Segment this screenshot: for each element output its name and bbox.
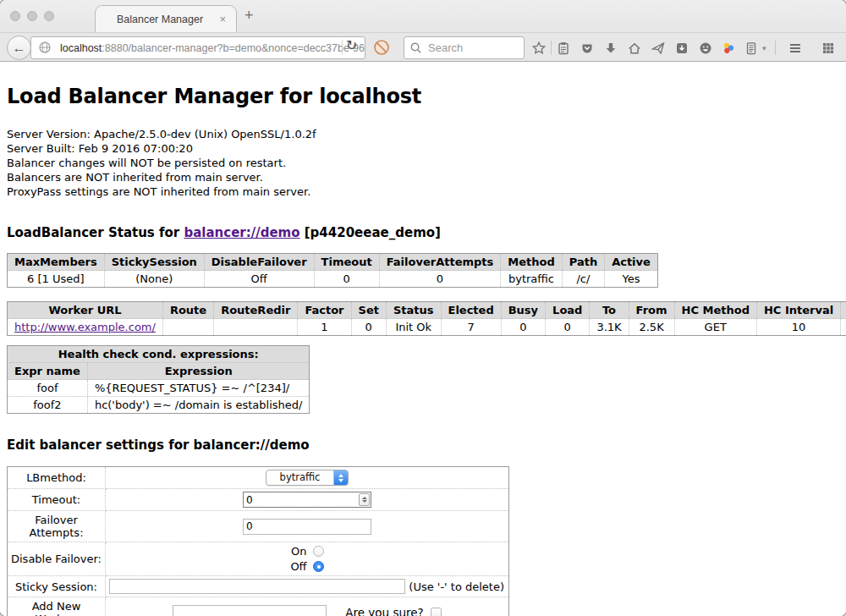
timeout-label: Timeout: <box>8 489 106 511</box>
navigation-toolbar: ← localhost:8880/balancer-manager?b=demo… <box>0 32 846 62</box>
are-you-sure-checkbox[interactable] <box>431 608 442 616</box>
col-maxmembers: MaxMembers <box>8 254 105 271</box>
save-to-device-icon[interactable] <box>674 41 689 56</box>
col-worker-url: Worker URL <box>8 302 163 319</box>
close-window-button[interactable] <box>10 11 20 21</box>
select-stepper-icon <box>333 470 348 485</box>
zoom-window-button[interactable] <box>44 11 54 21</box>
globe-icon <box>37 40 52 58</box>
color-cluster-icon[interactable] <box>721 41 736 56</box>
worker-url-link[interactable]: http://www.example.com/ <box>14 321 156 333</box>
col-active: Active <box>605 254 658 271</box>
add-worker-label: Add New Worker: <box>8 597 106 616</box>
browser-window: Balancer Manager × + ← localhost:8880/ba… <box>0 0 846 616</box>
timeout-field-wrap <box>243 492 371 508</box>
tab-title: Balancer Manager <box>117 14 203 25</box>
balancer-status-table: MaxMembers StickySession DisableFailover… <box>7 253 658 288</box>
disable-failover-row: Disable Failover: On Off <box>8 542 509 576</box>
note-inherit: Balancers are NOT inherited from main se… <box>7 170 839 184</box>
tiles-grid-icon[interactable] <box>821 41 836 56</box>
back-button[interactable]: ← <box>7 36 31 60</box>
timeout-row: Timeout: <box>8 489 509 511</box>
tab-balancer-manager[interactable]: Balancer Manager × <box>95 5 237 33</box>
search-input[interactable] <box>428 41 517 54</box>
tab-close-icon[interactable]: × <box>219 13 226 25</box>
health-table-title: Health check cond. expressions: <box>8 346 310 363</box>
lbmethod-row: LBmethod: bytraffic <box>8 467 509 489</box>
urlbar-separator <box>342 40 343 55</box>
worker-row: http://www.example.com/ 1 0 Init Ok 7 0 … <box>8 319 846 336</box>
pocket-icon[interactable] <box>580 41 595 56</box>
sticky-session-input[interactable] <box>109 579 405 594</box>
add-worker-row: Add New Worker: Are you sure? <box>8 597 509 616</box>
add-worker-input[interactable] <box>173 605 327 616</box>
toolbar-separator-2 <box>775 41 776 55</box>
table-row: foof %{REQUEST_STATUS} =~ /^[234]/ <box>8 380 310 397</box>
lbmethod-label: LBmethod: <box>8 467 106 489</box>
new-tab-button[interactable]: + <box>244 7 254 25</box>
page-title: Load Balancer Manager for localhost <box>7 85 839 108</box>
failover-attempts-input[interactable] <box>243 519 371 535</box>
radio-off-label: Off <box>290 560 306 573</box>
search-icon <box>409 41 423 58</box>
url-bar[interactable]: localhost:8880/balancer-manager?b=demo&n… <box>30 36 365 59</box>
failover-attempts-label: Failover Attempts: <box>8 511 106 542</box>
table-row: foof2 hc('body') =~ /domain is establish… <box>8 397 310 414</box>
table-row: 6 [1 Used] (None) Off 0 0 bytraffic /c/ … <box>8 271 658 288</box>
titlebar: Balancer Manager × + <box>0 0 846 32</box>
are-you-sure-label: Are you sure? <box>345 606 424 616</box>
status-heading-suffix: [p4420eeae_demo] <box>300 225 441 240</box>
disable-failover-options: On Off <box>290 545 323 573</box>
col-expression: Expression <box>87 363 310 380</box>
back-arrow-icon: ← <box>13 41 26 56</box>
sticky-session-hint: (Use '-' to delete) <box>409 580 505 593</box>
table-header-row: Worker URL Route RouteRedir Factor Set S… <box>8 302 846 319</box>
lbmethod-select[interactable]: bytraffic <box>266 470 349 486</box>
health-title-row: Health check cond. expressions: <box>8 346 310 363</box>
number-spinner-icon[interactable] <box>359 493 370 506</box>
edit-settings-heading: Edit balancer settings for balancer://de… <box>7 437 839 453</box>
table-header-row: Expr name Expression <box>8 363 310 380</box>
col-failoverattempts: FailoverAttempts <box>379 254 501 271</box>
col-disablefailover: DisableFailover <box>204 254 314 271</box>
url-host: localhost <box>60 42 102 54</box>
home-icon[interactable] <box>627 41 642 56</box>
menu-hamburger-icon[interactable] <box>788 41 803 56</box>
chevron-down-icon[interactable]: ▾ <box>762 44 766 52</box>
sidebar-notes-icon[interactable] <box>744 41 759 56</box>
col-method: Method <box>501 254 562 271</box>
worker-table: Worker URL Route RouteRedir Factor Set S… <box>7 301 846 336</box>
failover-attempts-row: Failover Attempts: <box>8 511 509 542</box>
health-check-table: Health check cond. expressions: Expr nam… <box>7 345 310 414</box>
server-info: Server Version: Apache/2.5.0-dev (Unix) … <box>7 127 839 199</box>
note-persist: Balancer changes will NOT be persisted o… <box>7 156 839 170</box>
note-proxypass: ProxyPass settings are NOT inherited fro… <box>7 184 839 199</box>
sticky-session-row: Sticky Session: (Use '-' to delete) <box>8 576 509 597</box>
download-icon[interactable] <box>603 41 618 56</box>
page-content: Load Balancer Manager for localhost Serv… <box>0 63 846 616</box>
balancer-demo-link[interactable]: balancer://demo <box>184 225 299 240</box>
table-header-row: MaxMembers StickySession DisableFailover… <box>8 254 658 271</box>
bookmark-star-icon[interactable] <box>531 41 547 56</box>
url-path: :8880/balancer-manager?b=demo&nonce=decc… <box>102 42 365 54</box>
sticky-session-label: Sticky Session: <box>8 576 106 597</box>
send-tab-icon[interactable] <box>651 41 666 56</box>
status-heading: LoadBalancer Status for balancer://demo … <box>7 225 839 240</box>
col-path: Path <box>562 254 604 271</box>
col-stickysession: StickySession <box>104 254 204 271</box>
minimize-window-button[interactable] <box>27 11 37 21</box>
radio-off[interactable] <box>313 561 324 572</box>
disable-failover-label: Disable Failover: <box>8 542 106 576</box>
content-blocked-icon[interactable] <box>372 38 391 60</box>
status-heading-prefix: LoadBalancer Status for <box>7 225 184 240</box>
reload-button[interactable]: ↻ <box>346 37 357 53</box>
col-expr-name: Expr name <box>8 363 88 380</box>
timeout-input[interactable] <box>244 494 359 506</box>
col-timeout: Timeout <box>314 254 379 271</box>
feedback-smiley-icon[interactable] <box>698 41 713 56</box>
radio-on[interactable] <box>313 546 324 557</box>
url-text: localhost:8880/balancer-manager?b=demo&n… <box>60 42 365 54</box>
server-built: Server Built: Feb 9 2016 07:00:20 <box>7 141 839 156</box>
server-version: Server Version: Apache/2.5.0-dev (Unix) … <box>7 127 839 141</box>
reading-list-icon[interactable] <box>556 41 571 56</box>
